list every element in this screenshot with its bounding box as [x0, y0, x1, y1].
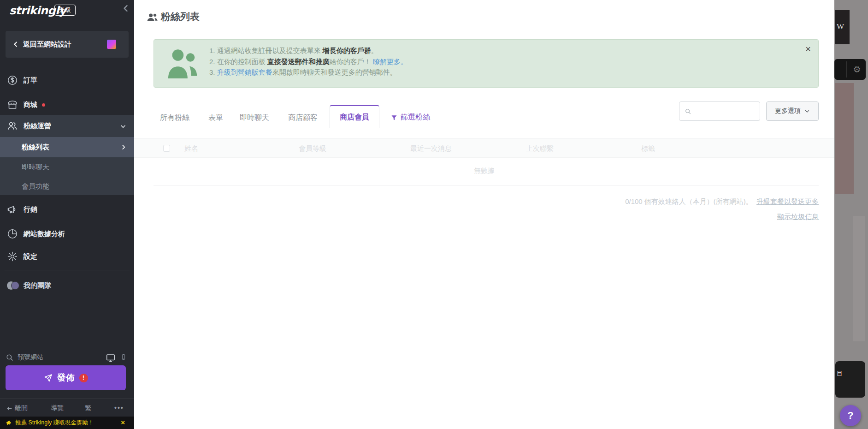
chevron-left-icon	[12, 41, 19, 48]
collapse-sidebar-icon[interactable]	[121, 4, 130, 13]
search-icon	[685, 108, 691, 115]
tab-all-fans[interactable]: 所有粉絲	[160, 113, 189, 123]
storefront-icon	[7, 99, 18, 110]
sidebar-item-orders[interactable]: 訂單	[0, 70, 134, 90]
pie-chart-icon	[7, 228, 18, 239]
toolbar-divider	[846, 61, 847, 77]
sidebar-divider	[5, 270, 130, 270]
sidebar-item-label: 即時聊天	[22, 163, 49, 172]
people-group-icon	[146, 11, 159, 24]
more-options-button[interactable]: 更多選項	[766, 101, 819, 121]
exit-button[interactable]: 離開	[6, 404, 28, 412]
table-header-row: 姓名 會員等級 最近一次消息 上次聯繫 標籤	[134, 138, 834, 158]
learn-more-link[interactable]: 瞭解更多。	[373, 58, 407, 66]
preview-site-button[interactable]: 預覽網站	[0, 347, 134, 368]
publish-alert-badge: !	[79, 374, 88, 382]
sidebar-item-label: 我的團隊	[24, 281, 51, 290]
publish-button[interactable]: 發佈 !	[6, 365, 126, 390]
page-title: 粉絲列表	[161, 10, 200, 23]
sidebar-item-label: 行銷	[24, 205, 37, 214]
referral-label: 推薦 Strikingly 賺取現金獎勵！	[15, 419, 94, 427]
sidebar: strikingly 升級 返回至網站設計 訂單 商城 粉絲運營	[0, 0, 134, 429]
sidebar-footer: 離開 導覽 繁 •••	[0, 399, 134, 417]
dollar-coin-icon	[7, 75, 18, 86]
sidebar-item-label: 設定	[24, 252, 37, 261]
funnel-icon	[391, 114, 397, 121]
language-button[interactable]: 繁	[85, 404, 91, 412]
tab-live-chat[interactable]: 即時聊天	[240, 113, 269, 123]
sidebar-item-settings[interactable]: 設定	[0, 246, 134, 267]
gear-icon: ⚙	[848, 59, 866, 80]
team-avatars-icon	[7, 281, 20, 290]
close-icon[interactable]: ×	[121, 418, 125, 426]
back-to-editor-label: 返回至網站設計	[23, 40, 71, 49]
tab-store-members[interactable]: 商店會員	[330, 105, 379, 128]
sidebar-item-store[interactable]: 商城	[0, 95, 134, 115]
more-options-label: 更多選項	[775, 107, 801, 115]
sidebar-item-team[interactable]: 我的團隊	[0, 275, 134, 296]
back-to-editor-button[interactable]: 返回至網站設計	[6, 31, 129, 58]
preview-site-label: 預覽網站	[18, 353, 43, 362]
column-header-last-contact: 上次聯繫	[526, 144, 554, 153]
column-header-name: 姓名	[184, 144, 198, 153]
empty-row-divider	[154, 185, 819, 186]
select-all-checkbox[interactable]	[163, 145, 170, 152]
sidebar-item-membership[interactable]: 會員功能	[0, 177, 134, 196]
column-header-last-message: 最近一次消息	[410, 144, 452, 153]
rocket-icon	[44, 374, 53, 382]
publish-label: 發佈	[57, 372, 75, 384]
editor-tooltip-fragment: 目	[835, 361, 865, 398]
editor-menu-fragment: W	[835, 10, 850, 44]
desktop-preview-icon[interactable]	[106, 353, 116, 362]
filter-fans-button[interactable]: 篩選粉絲	[391, 113, 430, 122]
sidebar-item-live-chat[interactable]: 即時聊天	[0, 157, 134, 177]
megaphone-icon	[7, 204, 18, 215]
search-input[interactable]	[695, 102, 759, 120]
empty-state-text: 無數據	[134, 167, 834, 175]
onboarding-line-3: 3. 升級到營銷版套餐來開啟即時聊天和發送更多的營销郵件。	[209, 67, 407, 78]
dimmed-editor-background: W ⚙ 目	[834, 0, 868, 429]
upgrade-plan-link[interactable]: 升級到營銷版套餐	[217, 68, 272, 76]
column-header-member-tier: 會員等級	[299, 144, 326, 153]
show-spam-link[interactable]: 顯示垃圾信息	[777, 213, 819, 220]
exit-label: 離開	[15, 404, 28, 412]
column-header-tags: 標籤	[641, 144, 655, 153]
editor-panel-fragment	[853, 216, 865, 341]
editor-page-fragment	[835, 83, 854, 194]
gear-icon	[7, 251, 18, 262]
site-thumbnail	[107, 40, 116, 49]
notification-dot	[42, 103, 45, 107]
referral-banner[interactable]: 推薦 Strikingly 賺取現金獎勵！ ×	[0, 417, 134, 429]
onboarding-banner: 1. 通過網站收集註冊以及提交表單來 增長你的客戶群。 2. 在你的控制面板 直…	[154, 39, 819, 88]
editor-toolbar-fragment: ⚙	[834, 59, 866, 80]
sidebar-item-label: 會員功能	[22, 182, 49, 191]
sidebar-item-label: 粉絲運營	[24, 122, 51, 131]
onboarding-line-1: 1. 通過網站收集註冊以及提交表單來 增長你的客戶群。	[209, 45, 407, 56]
mobile-preview-icon[interactable]	[120, 354, 127, 362]
close-icon[interactable]: ×	[805, 44, 811, 54]
tab-store-customers[interactable]: 商店顧客	[288, 113, 318, 123]
sidebar-item-analytics[interactable]: 網站數據分析	[0, 224, 134, 244]
arrow-left-icon	[6, 405, 12, 411]
search-box	[679, 101, 760, 121]
chevron-down-icon	[120, 123, 126, 130]
tab-forms[interactable]: 表單	[208, 113, 223, 123]
fan-list-panel: 粉絲列表 1. 通過網站收集註冊以及提交表單來 增長你的客戶群。 2. 在你的控…	[134, 0, 834, 429]
sidebar-item-label: 訂單	[24, 76, 37, 85]
sidebar-item-label: 商城	[24, 101, 37, 109]
more-menu-button[interactable]: •••	[114, 404, 124, 411]
tour-button[interactable]: 導覽	[51, 404, 64, 412]
fans-people-icon	[7, 120, 18, 131]
contact-quota-summary: 0/100 個有效連絡人（本月）(所有網站)。 升級套餐以發送更多	[625, 197, 819, 206]
spam-line: 顯示垃圾信息	[777, 213, 819, 221]
contact-quota-text: 0/100 個有效連絡人（本月）(所有網站)。	[625, 197, 753, 205]
sidebar-item-fan-list[interactable]: 粉絲列表	[0, 137, 134, 157]
help-button[interactable]: ?	[840, 405, 861, 426]
upgrade-badge[interactable]: 升級	[54, 5, 76, 16]
chevron-down-icon	[804, 108, 810, 114]
sidebar-item-marketing[interactable]: 行銷	[0, 199, 134, 220]
upgrade-to-send-more-link[interactable]: 升級套餐以發送更多	[756, 197, 819, 205]
fans-group-icon	[166, 47, 200, 83]
sidebar-item-label: 網站數據分析	[24, 230, 65, 238]
sidebar-item-fans[interactable]: 粉絲運營	[0, 115, 134, 137]
